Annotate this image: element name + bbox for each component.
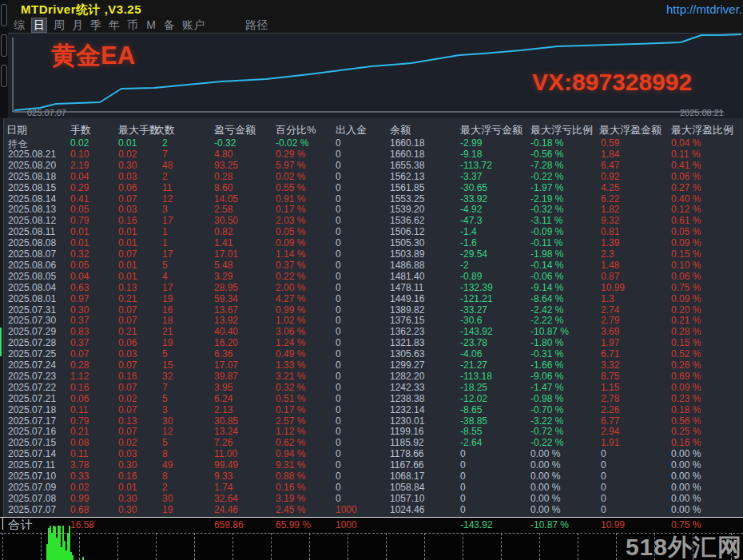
table-cell: 4.27 % — [276, 293, 305, 304]
table-cell: 18 — [162, 315, 173, 326]
table-row[interactable]: 2025.08.010.970.211959.344.27 %01449.16-… — [0, 293, 743, 304]
table-cell: 0.30 — [70, 304, 89, 316]
table-cell: 14.05 — [214, 193, 238, 205]
table-cell: 2025.07.21 — [8, 393, 56, 404]
menu-item-path[interactable]: 路径 — [245, 18, 268, 33]
menu-item-币[interactable]: 币 — [127, 18, 138, 32]
table-row[interactable]: 2025.08.140.410.071214.050.91 %01553.25-… — [0, 193, 743, 205]
table-cell: -0.72 % — [530, 426, 563, 437]
table-row[interactable]: 2025.08.050.040.0143.290.22 %01481.40-0.… — [0, 271, 743, 282]
table-row[interactable]: 2025.08.150.290.06118.600.55 %01561.85-3… — [0, 182, 743, 193]
table-cell: 0 — [336, 326, 341, 337]
menu-item-综[interactable]: 综 — [14, 18, 25, 32]
dock-handle-icon[interactable] — [1, 34, 7, 57]
table-cell: 5 — [162, 393, 168, 404]
table-cell: 0.16 % — [276, 482, 305, 493]
table-cell: 1362.23 — [390, 326, 424, 337]
menu-item-周[interactable]: 周 — [54, 18, 65, 32]
table-cell: 1 — [162, 226, 168, 237]
table-cell: 21 — [162, 326, 173, 337]
table-row[interactable]: 2025.07.220.160.0773.950.32 %01242.33-18… — [0, 382, 743, 393]
table-row[interactable]: 2025.08.110.010.0110.820.05 %01506.12-1.… — [0, 226, 743, 237]
dock-handle-icon[interactable] — [1, 4, 7, 26]
table-row[interactable]: 2025.07.160.210.071213.241.12 %01199.16-… — [0, 426, 743, 437]
table-row[interactable]: 2025.08.080.010.0111.410.09 %01505.30-1.… — [0, 237, 743, 248]
table-cell: 0 — [336, 348, 341, 359]
table-cell: 0.03 — [118, 171, 137, 182]
table-cell: 0 — [336, 204, 341, 215]
table-cell: 0.00 % — [671, 482, 701, 493]
table-row[interactable]: 2025.07.290.830.212140.403.06 %01362.23-… — [0, 326, 743, 337]
grid-line — [539, 533, 540, 560]
table-row[interactable]: 2025.08.180.040.0320.280.02 %01562.13-3.… — [0, 171, 743, 182]
table-cell: 48 — [162, 160, 173, 171]
table-cell: 0.05 — [70, 204, 89, 215]
menu-item-日[interactable]: 日 — [32, 18, 46, 32]
table-row[interactable]: 2025.07.300.370.071813.921.02 %01376.15-… — [0, 315, 743, 326]
table-row[interactable]: 2025.07.240.280.071517.071.33 %01299.27-… — [0, 359, 743, 371]
table-cell: 0.01 — [70, 226, 89, 237]
menu-item-季[interactable]: 季 — [90, 18, 101, 32]
table-row[interactable]: 2025.07.231.120.163239.873.21 %01282.20-… — [0, 371, 743, 382]
table-cell: 2.58 — [214, 204, 232, 215]
table-cell: -1.97 % — [530, 182, 563, 193]
table-cell: 1199.16 — [390, 426, 424, 437]
table-cell: 1.74 — [214, 482, 232, 493]
table-row[interactable]: 2025.08.040.630.131728.952.00 %01478.11-… — [0, 282, 743, 293]
table-cell: 2025.07.29 — [8, 326, 56, 337]
table-row[interactable]: 持仓0.020.012-0.32-0.02 %01660.18-2.99-0.1… — [0, 137, 743, 149]
table-cell: 2025.07.10 — [8, 471, 56, 482]
table-row[interactable]: 2025.07.090.020.0121.740.16 %01058.8400.… — [0, 482, 743, 493]
table-cell: 2025.07.31 — [8, 304, 56, 316]
table-cell: -33.27 — [460, 304, 487, 316]
table-row[interactable]: 2025.07.070.680.301924.462.45 %10001024.… — [0, 504, 743, 515]
table-row[interactable]: 2025.07.150.080.0257.260.62 %01185.92-2.… — [0, 437, 743, 448]
table-cell: 0.07 — [118, 248, 137, 260]
table-cell: 4.80 — [214, 149, 232, 160]
table-row[interactable]: 2025.07.280.370.061916.201.24 %01321.83-… — [0, 337, 743, 348]
table-row[interactable]: 2025.07.113.780.304999.499.31 %01167.660… — [0, 459, 743, 471]
table-row[interactable]: 2025.07.180.110.0732.130.17 %01232.14-8.… — [0, 404, 743, 415]
table-cell: 2025.08.18 — [8, 171, 56, 182]
table-cell: 2025.07.16 — [8, 426, 56, 437]
menu-item-M[interactable]: M — [145, 18, 157, 32]
table-row[interactable]: 2025.08.070.320.071717.011.14 %01503.89-… — [0, 248, 743, 260]
table-cell: 2.19 — [70, 160, 89, 171]
table-row[interactable]: 2025.07.140.110.03811.000.94 %01178.6600… — [0, 448, 743, 459]
table-cell: 32 — [162, 371, 173, 382]
table-cell: 0 — [336, 137, 341, 149]
table-cell: 0.06 % — [671, 171, 701, 182]
menu-item-备[interactable]: 备 — [164, 18, 175, 32]
table-row[interactable]: 2025.07.170.790.133030.852.57 %01230.01-… — [0, 415, 743, 427]
table-cell: 3.19 % — [276, 493, 305, 504]
table-row[interactable]: 2025.08.130.050.0332.580.17 %01539.20-4.… — [0, 204, 743, 215]
dock-handle-icon[interactable] — [1, 65, 7, 87]
table-cell: 1.12 % — [276, 426, 305, 437]
table-cell: 12 — [162, 193, 173, 205]
table-cell: 0 — [336, 304, 341, 316]
table-row[interactable]: 2025.07.100.330.1689.330.88 %01068.1700.… — [0, 471, 743, 482]
table-row[interactable]: 2025.07.250.070.0356.360.49 %01305.63-4.… — [0, 348, 743, 359]
grid-line — [117, 533, 118, 560]
table-cell: 0.08 — [70, 437, 89, 448]
site-link[interactable]: http://mtdriver. — [666, 2, 742, 16]
table-cell: 1.14 % — [276, 248, 305, 260]
table-cell: -30.6 — [460, 315, 482, 326]
menu-item-账户[interactable]: 账户 — [182, 18, 205, 32]
table-row[interactable]: 2025.08.060.050.0155.480.37 %01486.88-2-… — [0, 260, 743, 271]
table-cell: 0.15 % — [671, 337, 701, 348]
table-row[interactable]: 2025.08.120.790.161730.502.03 %01536.62-… — [0, 215, 743, 226]
table-cell: 3.21 % — [276, 371, 305, 382]
grid-line — [386, 533, 387, 560]
table-row[interactable]: 2025.07.310.300.071613.670.99 %01389.82-… — [0, 304, 743, 316]
table-row[interactable]: 2025.07.080.990.303032.643.19 %01057.100… — [0, 493, 743, 504]
menu-item-月[interactable]: 月 — [72, 18, 83, 32]
table-cell: 0 — [336, 226, 341, 237]
table-row[interactable]: 2025.07.210.060.0256.240.51 %01238.38-12… — [0, 393, 743, 404]
table-row[interactable]: 2025.08.210.100.0274.800.29 %01660.18-9.… — [0, 149, 743, 160]
table-cell: 1024.46 — [390, 504, 424, 515]
table-row[interactable]: 2025.08.202.190.304893.255.97 %01655.38-… — [0, 160, 743, 171]
menu-item-年[interactable]: 年 — [109, 18, 120, 32]
table-cell: 2025.07.18 — [8, 404, 56, 415]
table-cell: 1.3 — [601, 293, 614, 304]
